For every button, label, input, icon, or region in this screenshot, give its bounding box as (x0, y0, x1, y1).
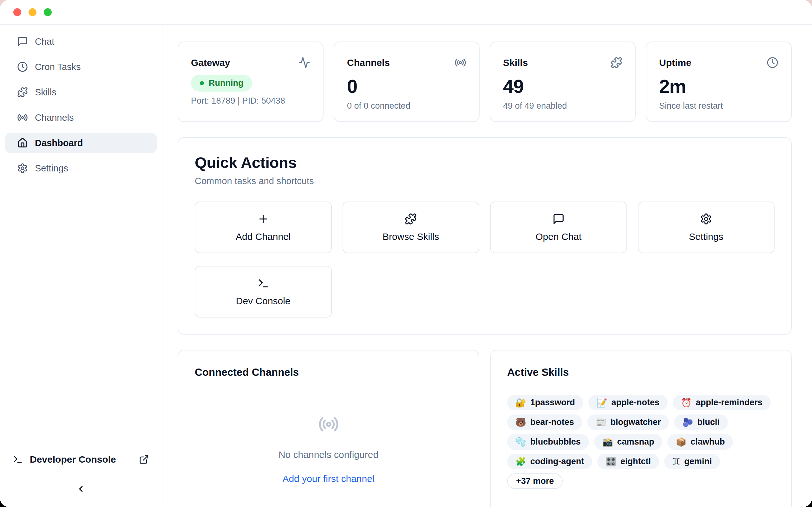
skill-tag: 🎛️eightctl (597, 454, 659, 469)
skill-name: blogwatcher (610, 417, 661, 427)
channels-count: 0 (347, 75, 466, 97)
puzzle-icon (611, 57, 622, 68)
developer-console-button[interactable]: Developer Console (5, 449, 157, 469)
skill-name: gemini (684, 457, 712, 466)
skill-name: camsnap (617, 437, 654, 447)
connected-channels-card: Connected Channels No channels configure… (177, 350, 479, 507)
gateway-detail: Port: 18789 | PID: 50438 (191, 96, 310, 106)
skill-emoji: 🐻 (515, 417, 526, 428)
skill-name: bear-notes (530, 417, 574, 427)
more-skills-tag[interactable]: +37 more (507, 473, 563, 489)
chat-icon (17, 36, 28, 47)
dev-console-button[interactable]: Dev Console (195, 266, 332, 318)
skills-card: Skills 49 49 of 49 enabled (490, 42, 636, 122)
action-label: Browse Skills (383, 231, 439, 242)
active-skills-title: Active Skills (507, 366, 774, 378)
developer-console-label: Developer Console (30, 454, 116, 465)
quick-actions-grid: Add Channel Browse Skills Open Chat Sett… (195, 202, 774, 318)
skill-tag: 🐻bear-notes (507, 414, 582, 430)
skill-emoji: ♊ (672, 457, 680, 467)
skill-emoji: 📸 (602, 437, 613, 447)
skill-tag: 🫧bluebubbles (507, 434, 589, 450)
skill-tag: ♊gemini (664, 454, 720, 469)
gateway-card-title: Gateway (191, 57, 230, 68)
skill-emoji: 📦 (676, 437, 687, 447)
skill-tag: 📝apple-notes (589, 395, 668, 410)
skill-tag: 🔐1password (507, 395, 583, 410)
minimize-button[interactable] (29, 8, 37, 16)
browse-skills-button[interactable]: Browse Skills (343, 202, 479, 253)
sidebar-item-label: Skills (35, 87, 56, 98)
skills-card-title: Skills (503, 57, 528, 68)
sidebar-item-label: Cron Tasks (35, 62, 81, 72)
skill-tag: 🧩coding-agent (507, 454, 592, 469)
clock-icon (17, 61, 28, 72)
sidebar-item-channels[interactable]: Channels (5, 107, 157, 128)
collapse-sidebar-button[interactable] (74, 483, 87, 496)
home-icon (17, 137, 28, 148)
skill-emoji: 🔐 (515, 398, 526, 408)
connected-channels-title: Connected Channels (195, 366, 462, 378)
skill-emoji: ⏰ (681, 398, 692, 408)
titlebar (0, 0, 812, 25)
add-first-channel-link[interactable]: Add your first channel (282, 473, 374, 484)
skill-emoji: 🫧 (515, 437, 526, 447)
sidebar-item-skills[interactable]: Skills (5, 82, 157, 102)
uptime-detail: Since last restart (659, 101, 778, 111)
skill-tag: 🫐blucli (674, 414, 728, 430)
sidebar-item-label: Chat (35, 37, 54, 47)
gateway-status-badge: Running (191, 75, 252, 92)
skill-emoji: 📝 (597, 398, 607, 408)
puzzle-icon (405, 213, 417, 225)
quick-actions-title: Quick Actions (195, 154, 774, 171)
skill-tag: 📦clawhub (667, 434, 733, 450)
open-chat-button[interactable]: Open Chat (490, 202, 627, 253)
skill-tag: ⏰apple-reminders (673, 395, 771, 410)
skill-emoji: 📰 (596, 417, 606, 428)
sidebar-item-cron-tasks[interactable]: Cron Tasks (5, 57, 157, 77)
main-content: Gateway Running Port: 18789 | PID: 50438… (162, 25, 812, 507)
sidebar: Chat Cron Tasks Skills Channels Dashboar… (0, 25, 162, 507)
close-button[interactable] (13, 8, 21, 16)
activity-icon (299, 57, 310, 68)
channels-card: Channels 0 0 of 0 connected (334, 42, 479, 122)
uptime-value: 2m (659, 75, 778, 97)
action-label: Add Channel (236, 231, 291, 242)
quick-actions-subtitle: Common tasks and shortcuts (195, 176, 774, 186)
app-window: Chat Cron Tasks Skills Channels Dashboar… (0, 0, 812, 507)
sidebar-item-label: Settings (35, 163, 68, 174)
add-channel-button[interactable]: Add Channel (195, 202, 332, 253)
puzzle-icon (17, 87, 28, 98)
active-skills-card: Active Skills 🔐1password 📝apple-notes ⏰a… (490, 350, 792, 507)
broadcast-icon (455, 57, 466, 68)
skill-tags: 🔐1password 📝apple-notes ⏰apple-reminders… (507, 395, 774, 489)
bottom-row: Connected Channels No channels configure… (177, 350, 792, 507)
sidebar-item-dashboard[interactable]: Dashboard (5, 133, 157, 153)
skill-name: bluebubbles (530, 437, 581, 447)
chevron-left-icon (76, 484, 86, 494)
skill-emoji: 🧩 (515, 457, 526, 467)
external-link-icon[interactable] (139, 454, 149, 464)
action-label: Dev Console (236, 296, 291, 306)
uptime-card-title: Uptime (659, 57, 692, 68)
chat-icon (553, 213, 565, 225)
traffic-lights (13, 8, 52, 16)
skill-name: blucli (697, 417, 720, 427)
status-label: Running (209, 78, 243, 88)
skill-name: apple-reminders (696, 398, 763, 407)
skill-name: apple-notes (611, 398, 659, 407)
channels-card-title: Channels (347, 57, 390, 68)
skill-tag: 📸camsnap (594, 434, 663, 450)
skill-emoji: 🎛️ (606, 457, 616, 467)
gear-icon (700, 213, 712, 225)
skill-tag: 📰blogwatcher (588, 414, 669, 430)
sidebar-item-chat[interactable]: Chat (5, 32, 157, 52)
settings-button[interactable]: Settings (638, 202, 775, 253)
uptime-card: Uptime 2m Since last restart (646, 42, 792, 122)
zoom-button[interactable] (44, 8, 52, 16)
empty-channels-text: No channels configured (195, 449, 462, 460)
sidebar-item-settings[interactable]: Settings (5, 158, 157, 178)
terminal-icon (13, 454, 23, 464)
channels-detail: 0 of 0 connected (347, 101, 466, 111)
skills-count: 49 (503, 75, 622, 97)
